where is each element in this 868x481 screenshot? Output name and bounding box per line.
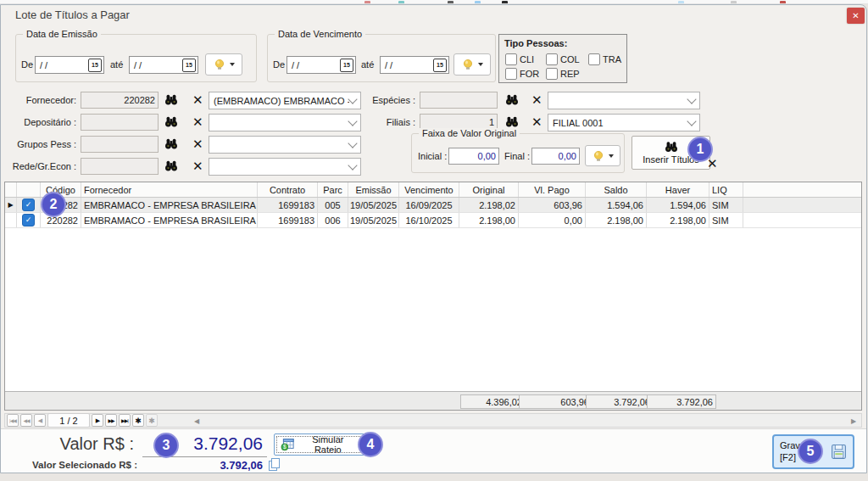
emissao-date-from-input[interactable]: / / 15	[35, 56, 104, 74]
calendar-icon[interactable]: 15	[433, 59, 447, 72]
rede-clear-button[interactable]: ✕	[192, 159, 203, 172]
hscroll-right-arrow[interactable]: ▶	[851, 417, 856, 425]
fornecedor-clear-button[interactable]: ✕	[192, 93, 203, 106]
nav-prior-button[interactable]: ◀	[34, 414, 46, 427]
x-icon: ✕	[192, 137, 203, 151]
cell-fornecedor[interactable]: EMBRAMACO - EMPRESA BRASILEIRA DE M	[81, 198, 258, 212]
filiais-combo[interactable]: FILIAL 0001	[548, 114, 700, 131]
checkbox-col[interactable]	[546, 53, 558, 65]
emissao-date-to-input[interactable]: / / 15	[129, 56, 198, 74]
checkbox-tra[interactable]	[588, 53, 600, 65]
nav-fast-forward-button[interactable]: ▶▶	[105, 414, 117, 427]
especies-clear-button[interactable]: ✕	[531, 93, 542, 106]
table-row[interactable]: ✓ 220282 EMBRAMACO - EMPRESA BRASILEIRA …	[5, 213, 861, 228]
calendar-icon[interactable]: 15	[182, 59, 196, 72]
cell-contrato[interactable]: 1699183	[258, 213, 318, 227]
cell-liq[interactable]: SIM	[709, 198, 743, 212]
header-original[interactable]: Original	[459, 182, 519, 197]
row-checkbox-checked[interactable]: ✓	[22, 214, 35, 227]
nav-last-button[interactable]: ▶▶|	[119, 414, 131, 427]
fornecedor-combo[interactable]: (EMBRAMACO) EMBRAMACO - EM	[209, 92, 361, 109]
simular-rateio-button[interactable]: $ Simular Rateio	[274, 433, 364, 456]
fornecedor-code-input[interactable]	[81, 92, 159, 109]
table-row[interactable]: ▶ ✓ 220282 EMBRAMACO - EMPRESA BRASILEIR…	[5, 198, 861, 213]
tipo-pessoas-col[interactable]: COL	[546, 53, 580, 65]
especies-combo[interactable]	[548, 92, 700, 109]
cell-haver[interactable]: 2.198,00	[647, 213, 709, 227]
vencimento-date-to-input[interactable]: / / 15	[380, 56, 449, 74]
cell-parc[interactable]: 006	[318, 213, 348, 227]
cell-haver[interactable]: 1.594,06	[647, 198, 709, 212]
rede-code-input[interactable]	[81, 158, 159, 175]
nav-fast-rewind-button[interactable]: ◀◀	[20, 414, 32, 427]
row-checkbox-cell[interactable]: ✓	[17, 213, 41, 227]
cell-liq[interactable]: SIM	[709, 213, 743, 227]
tipo-pessoas-tra[interactable]: TRA	[588, 53, 621, 65]
cell-original[interactable]: 2.198,02	[459, 198, 519, 212]
tipo-pessoas-for[interactable]: FOR	[505, 68, 539, 80]
header-vencimento[interactable]: Vencimento	[399, 182, 459, 197]
calendar-icon[interactable]: 15	[88, 59, 102, 72]
cell-contrato[interactable]: 1699183	[258, 198, 318, 212]
header-contrato[interactable]: Contrato	[258, 182, 318, 197]
nav-next-button[interactable]: ▶	[92, 414, 103, 427]
vencimento-date-from-input[interactable]: / / 15	[287, 56, 356, 74]
tipo-pessoas-cli[interactable]: CLI	[505, 53, 534, 65]
filiais-clear-button[interactable]: ✕	[531, 115, 542, 128]
header-parc[interactable]: Parc	[318, 182, 348, 197]
hscroll-left-arrow[interactable]: ◀	[194, 417, 199, 425]
checkbox-cli[interactable]	[505, 53, 517, 65]
rede-combo[interactable]	[209, 158, 361, 176]
grupos-clear-button[interactable]: ✕	[192, 137, 203, 150]
cell-emissao[interactable]: 19/05/2025	[348, 213, 399, 227]
faixa-final-input[interactable]	[531, 148, 580, 165]
depositario-search-button[interactable]	[164, 115, 178, 128]
emissao-legend: Data de Emissão	[23, 29, 101, 39]
fornecedor-search-button[interactable]	[164, 93, 178, 106]
header-fornecedor[interactable]: Fornecedor	[81, 182, 258, 197]
tipo-pessoas-rep[interactable]: REP	[546, 68, 580, 80]
cell-original[interactable]: 2.198,00	[459, 213, 519, 227]
cell-saldo[interactable]: 1.594,06	[586, 198, 647, 212]
cell-vl-pago[interactable]: 603,96	[519, 198, 586, 212]
rede-search-button[interactable]	[164, 159, 178, 172]
header-vl-pago[interactable]: Vl. Pago	[519, 182, 586, 197]
grupos-combo[interactable]	[209, 136, 361, 154]
copy-icon[interactable]	[269, 458, 280, 470]
header-saldo[interactable]: Saldo	[586, 182, 647, 197]
cell-vencimento[interactable]: 16/09/2025	[399, 198, 459, 212]
depositario-code-input[interactable]	[81, 114, 159, 131]
payables-grid[interactable]: Código Fornecedor Contrato Parc Emissão …	[4, 182, 862, 411]
nav-insert-button[interactable]: ✱	[132, 414, 144, 427]
cell-parc[interactable]: 005	[318, 198, 348, 212]
header-liq[interactable]: LIQ	[709, 182, 743, 197]
nav-first-button[interactable]: |◀◀	[7, 414, 19, 427]
tipo-pessoas-legend: Tipo Pessoas:	[504, 38, 567, 48]
row-checkbox-cell[interactable]: ✓	[17, 198, 41, 212]
header-haver[interactable]: Haver	[647, 182, 709, 197]
close-button[interactable]: ✕	[847, 8, 865, 24]
checkbox-rep[interactable]	[546, 68, 558, 80]
nav-recall-button[interactable]: ✱	[146, 414, 158, 427]
header-emissao[interactable]: Emissão	[348, 182, 399, 197]
vencimento-filter-options-button[interactable]	[453, 53, 491, 76]
grupos-search-button[interactable]	[164, 137, 178, 150]
checkbox-for[interactable]	[505, 68, 517, 80]
cell-emissao[interactable]: 19/05/2025	[348, 198, 399, 212]
faixa-inicial-input[interactable]	[448, 148, 499, 165]
inserir-clear-button[interactable]: ✕	[707, 157, 718, 170]
filiais-search-button[interactable]	[505, 115, 519, 128]
cell-saldo[interactable]: 2.198,00	[586, 213, 647, 227]
cell-fornecedor[interactable]: EMBRAMACO - EMPRESA BRASILEIRA DE M	[81, 213, 258, 227]
depositario-combo[interactable]	[209, 114, 361, 131]
row-checkbox-checked[interactable]: ✓	[22, 199, 35, 211]
cell-vencimento[interactable]: 16/10/2025	[399, 213, 459, 227]
emissao-filter-options-button[interactable]	[205, 53, 242, 76]
cell-vl-pago[interactable]: 0,00	[519, 213, 586, 227]
especies-code-input[interactable]	[420, 92, 498, 109]
calendar-icon[interactable]: 15	[340, 59, 353, 72]
grupos-code-input[interactable]	[81, 136, 159, 153]
faixa-filter-options-button[interactable]	[585, 145, 620, 166]
especies-search-button[interactable]	[505, 93, 519, 106]
depositario-clear-button[interactable]: ✕	[192, 115, 203, 128]
